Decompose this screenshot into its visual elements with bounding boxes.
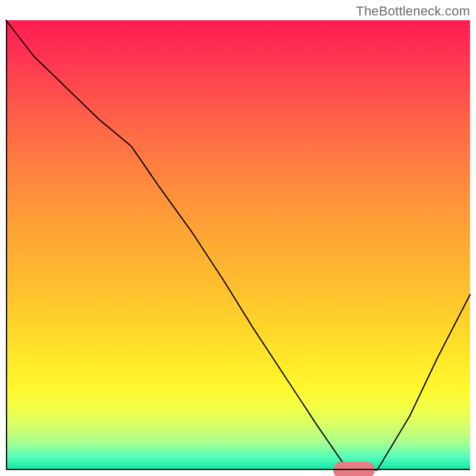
plot-area [6,20,470,470]
bottleneck-curve [6,20,470,470]
watermark-text: TheBottleneck.com [356,4,470,19]
series-layer [6,20,470,470]
optimal-marker [333,462,375,476]
chart-container: TheBottleneck.com [0,0,476,476]
